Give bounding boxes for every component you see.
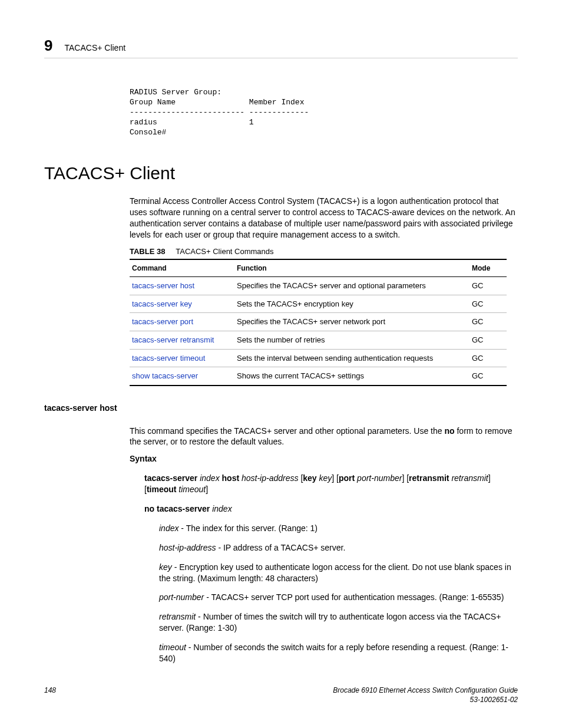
- cmd-link[interactable]: tacacs-server key: [130, 295, 234, 313]
- table-row: tacacs-server key Sets the TACACS+ encry…: [130, 295, 507, 313]
- footer-title: Brocade 6910 Ethernet Access Switch Conf…: [333, 686, 518, 695]
- cmd-link[interactable]: tacacs-server retransmit: [130, 331, 234, 349]
- param-port: port-number - TACACS+ server TCP port us…: [159, 592, 518, 603]
- table-row: tacacs-server retransmit Sets the number…: [130, 331, 507, 349]
- cmd-fn: Specifies the TACACS+ server and optiona…: [234, 277, 470, 295]
- cmd-link[interactable]: tacacs-server host: [130, 277, 234, 295]
- table-caption: TABLE 38 TACACS+ Client Commands: [130, 246, 518, 257]
- footer-docnum: 53-1002651-02: [333, 695, 518, 704]
- page-footer: 148 Brocade 6910 Ethernet Access Switch …: [44, 686, 518, 704]
- col-mode: Mode: [470, 259, 507, 277]
- cmd-link[interactable]: tacacs-server port: [130, 313, 234, 331]
- page-number: 148: [44, 686, 56, 704]
- table-row: show tacacs-server Shows the current TAC…: [130, 367, 507, 386]
- cmd-mode: GC: [470, 349, 507, 367]
- table-title: TACACS+ Client Commands: [176, 247, 273, 256]
- table-row: tacacs-server host Specifies the TACACS+…: [130, 277, 507, 295]
- chapter-number: 9: [44, 35, 52, 56]
- syntax-line-1: tacacs-server index host host-ip-address…: [144, 473, 518, 495]
- table-label: TABLE 38: [130, 247, 165, 256]
- cmd-mode: GC: [470, 313, 507, 331]
- code-block: RADIUS Server Group: Group Name Member I…: [130, 88, 518, 137]
- intro-paragraph: Terminal Access Controller Access Contro…: [130, 196, 518, 241]
- table-row: tacacs-server port Specifies the TACACS+…: [130, 313, 507, 331]
- cmd-fn: Specifies the TACACS+ server network por…: [234, 313, 470, 331]
- cmd-fn: Shows the current TACACS+ settings: [234, 367, 470, 386]
- chapter-label: TACACS+ Client: [64, 42, 125, 54]
- page-header: 9 TACACS+ Client: [44, 35, 518, 58]
- cmd-fn: Sets the TACACS+ encryption key: [234, 295, 470, 313]
- syntax-line-2: no tacacs-server index: [144, 503, 518, 515]
- cmd-link[interactable]: show tacacs-server: [130, 367, 234, 386]
- cmd-fn: Sets the number of retries: [234, 331, 470, 349]
- table-header-row: Command Function Mode: [130, 259, 507, 277]
- syntax-heading: Syntax: [130, 453, 518, 465]
- cmd-mode: GC: [470, 367, 507, 386]
- col-command: Command: [130, 259, 234, 277]
- command-description: This command specifies the TACACS+ serve…: [130, 426, 518, 448]
- param-key: key - Encryption key used to authenticat…: [159, 562, 518, 584]
- cmd-mode: GC: [470, 331, 507, 349]
- footer-right: Brocade 6910 Ethernet Access Switch Conf…: [333, 686, 518, 704]
- commands-table: Command Function Mode tacacs-server host…: [130, 259, 507, 386]
- command-heading: tacacs-server host: [44, 403, 518, 414]
- param-timeout: timeout - Number of seconds the switch w…: [159, 642, 518, 664]
- table-row: tacacs-server timeout Sets the interval …: [130, 349, 507, 367]
- col-function: Function: [234, 259, 470, 277]
- cmd-fn: Sets the interval between sending authen…: [234, 349, 470, 367]
- section-title: TACACS+ Client: [44, 162, 518, 186]
- param-retransmit: retransmit - Number of times the switch …: [159, 611, 518, 634]
- cmd-mode: GC: [470, 295, 507, 313]
- param-host-ip: host-ip-address - IP address of a TACACS…: [159, 542, 518, 554]
- cmd-link[interactable]: tacacs-server timeout: [130, 349, 234, 367]
- cmd-mode: GC: [470, 277, 507, 295]
- param-index: index - The index for this server. (Rang…: [159, 523, 518, 534]
